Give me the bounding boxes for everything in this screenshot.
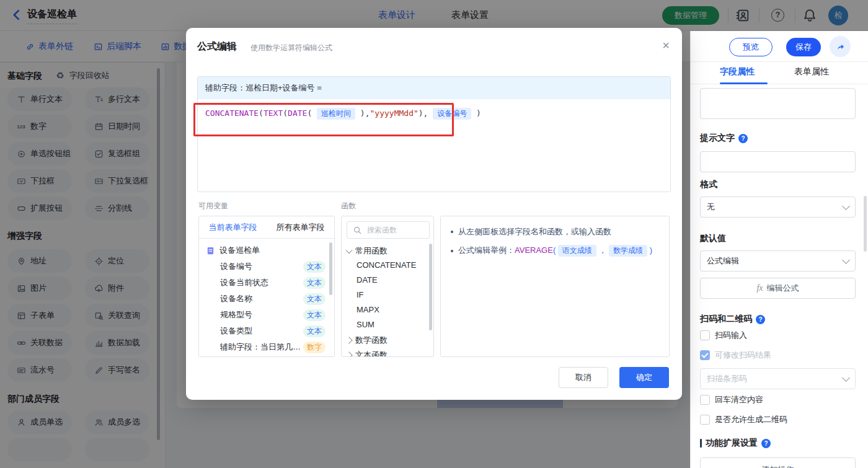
functions-label: 函数 <box>341 201 356 211</box>
type-badge: 文本 <box>303 293 326 305</box>
variable-row[interactable]: 规格型号 文本 <box>199 307 334 323</box>
caret-right-icon <box>345 337 352 343</box>
checkbox-label: 可修改扫码结果 <box>715 350 771 361</box>
cancel-button[interactable]: 取消 <box>559 367 608 388</box>
help-icon[interactable]: ? <box>761 439 771 448</box>
function-group-text[interactable]: 文本函数 <box>347 350 388 357</box>
variable-name: 设备编号 <box>220 261 252 272</box>
share-button[interactable] <box>830 36 851 57</box>
panel-scrollbar[interactable] <box>864 196 867 252</box>
tab-form-properties[interactable]: 表单属性 <box>794 66 829 77</box>
allow-qrcode-checkbox[interactable]: 是否允许生成二维码 <box>700 414 787 425</box>
dropdown-value: 扫描条形码 <box>707 373 747 384</box>
function-item[interactable]: MAPX <box>356 305 379 314</box>
function-item[interactable]: CONCATENATE <box>356 260 416 270</box>
label-text: 默认值 <box>700 233 726 244</box>
preview-button[interactable]: 预览 <box>729 38 773 56</box>
function-token: CONCATENATE <box>205 108 259 118</box>
confirm-button[interactable]: 确定 <box>619 367 669 388</box>
help-line-2: 公式编辑举例：AVERAGE( 语文成绩 ， 数学成绩 ) <box>451 245 652 257</box>
add-action-button[interactable]: 添加操作 <box>700 457 856 468</box>
variable-row[interactable]: 设备名称 文本 <box>199 291 334 307</box>
format-dropdown[interactable]: 无 <box>700 196 856 218</box>
chevron-down-icon <box>842 374 850 382</box>
section-bar <box>700 439 702 448</box>
caret-right-icon <box>345 351 352 357</box>
extension-section-label: 功能扩展设置 ? <box>700 438 771 449</box>
string-token: "yyyyMMdd" <box>370 108 418 118</box>
variables-panel: 当前表单字段 所有表单字段 设备巡检单 设备编号 文本 设备当前状态 文本 设备… <box>198 216 335 357</box>
function-item[interactable]: IF <box>356 290 364 299</box>
tab-all-form-fields[interactable]: 所有表单字段 <box>267 216 334 238</box>
group-label: 文本函数 <box>355 350 388 357</box>
function-group-math[interactable]: 数学函数 <box>347 335 388 346</box>
edit-formula-button[interactable]: fx 编辑公式 <box>700 278 856 299</box>
hint-text-input[interactable] <box>700 151 856 172</box>
scan-barcode-dropdown[interactable]: 扫描条形码 <box>700 368 856 389</box>
function-search-input[interactable] <box>366 225 424 235</box>
help-line-1: 从左侧面板选择字段名和函数，或输入函数 <box>451 226 611 237</box>
help-text: 公式编辑举例：AVERAGE( 语文成绩 ， 数学成绩 ) <box>458 245 652 257</box>
type-badge: 文本 <box>303 309 326 321</box>
checkbox-label: 扫码输入 <box>715 330 747 341</box>
field-chip: 语文成绩 <box>558 245 596 257</box>
close-icon[interactable]: × <box>662 39 670 51</box>
format-label: 格式 <box>700 179 717 190</box>
help-panel: 从左侧面板选择字段名和函数，或输入函数 公式编辑举例：AVERAGE( 语文成绩… <box>440 216 670 357</box>
field-chip[interactable]: 设备编号 <box>433 108 471 120</box>
variable-row[interactable]: 辅助字段：当日第几次... 数字 <box>199 339 334 355</box>
dropdown-value: 无 <box>707 201 715 213</box>
formula-input-area[interactable]: CONCATENATE(TEXT(DATE( 巡检时间 ),"yyyyMMdd"… <box>198 99 670 128</box>
functions-scrollbar[interactable] <box>429 244 432 330</box>
share-arrow-icon <box>835 42 846 52</box>
variable-name: 规格型号 <box>220 309 252 320</box>
paren-token: ( <box>307 108 312 118</box>
checkbox-icon <box>700 415 710 425</box>
group-label: 常用函数 <box>355 245 388 257</box>
checkbox-icon <box>700 330 710 340</box>
scan-input-checkbox[interactable]: 扫码输入 <box>700 330 747 341</box>
variable-row[interactable]: 设备编号 文本 <box>199 258 334 275</box>
scan-section-label: 扫码和二维码 ? <box>700 314 765 325</box>
checkbox-label: 是否允许生成二维码 <box>715 414 787 425</box>
variable-row[interactable]: 设备类型 文本 <box>199 323 334 339</box>
label-text: 功能扩展设置 <box>706 438 758 449</box>
function-item[interactable]: DATE <box>356 275 378 285</box>
enter-clear-checkbox[interactable]: 回车清空内容 <box>700 394 763 405</box>
button-label: 编辑公式 <box>767 283 799 294</box>
dropdown-value: 公式编辑 <box>707 255 739 267</box>
functions-panel: 常用函数 CONCATENATE DATE IF MAPX SUM 数学函数 文… <box>341 216 434 357</box>
default-value-dropdown[interactable]: 公式编辑 <box>700 250 856 272</box>
function-group-common[interactable]: 常用函数 <box>347 245 388 257</box>
bullet-icon <box>451 231 453 233</box>
tab-current-form-fields[interactable]: 当前表单字段 <box>199 216 267 238</box>
type-badge: 文本 <box>303 261 326 273</box>
search-icon <box>352 225 362 235</box>
save-button[interactable]: 保存 <box>786 38 821 56</box>
checkbox-label: 回车清空内容 <box>715 394 763 405</box>
variable-row[interactable]: 设备当前状态 文本 <box>199 275 334 291</box>
variables-label: 可用变量 <box>198 201 228 211</box>
action-row: 预览 保存 <box>691 31 868 62</box>
paren-token: ( <box>259 108 264 118</box>
panel-content: 提示文字 ? 格式 无 默认值 公式编辑 fx 编辑公式 <box>691 84 868 468</box>
tree-form-node[interactable]: 设备巡检单 <box>199 242 334 258</box>
variables-tabs: 当前表单字段 所有表单字段 <box>199 216 334 239</box>
help-icon[interactable]: ? <box>756 315 765 324</box>
variable-name: 辅助字段：当日第几次... <box>220 342 302 353</box>
modify-scan-result-checkbox[interactable]: 可修改扫码结果 <box>700 350 771 361</box>
tab-field-properties[interactable]: 字段属性 <box>720 66 755 77</box>
variables-scrollbar[interactable] <box>329 242 332 295</box>
function-search[interactable] <box>347 221 430 239</box>
variable-name: 设备类型 <box>220 325 252 337</box>
field-chip[interactable]: 巡检时间 <box>317 108 355 120</box>
type-badge: 文本 <box>303 325 326 337</box>
chevron-down-icon <box>842 202 850 210</box>
paren-token: ) <box>476 108 481 118</box>
help-icon[interactable]: ? <box>738 134 748 143</box>
label-text: 提示文字 <box>700 133 735 144</box>
function-item[interactable]: SUM <box>356 320 374 329</box>
variable-name: 设备当前状态 <box>220 277 268 288</box>
modal-title: 公式编辑 <box>197 40 237 53</box>
description-input[interactable] <box>700 88 856 119</box>
